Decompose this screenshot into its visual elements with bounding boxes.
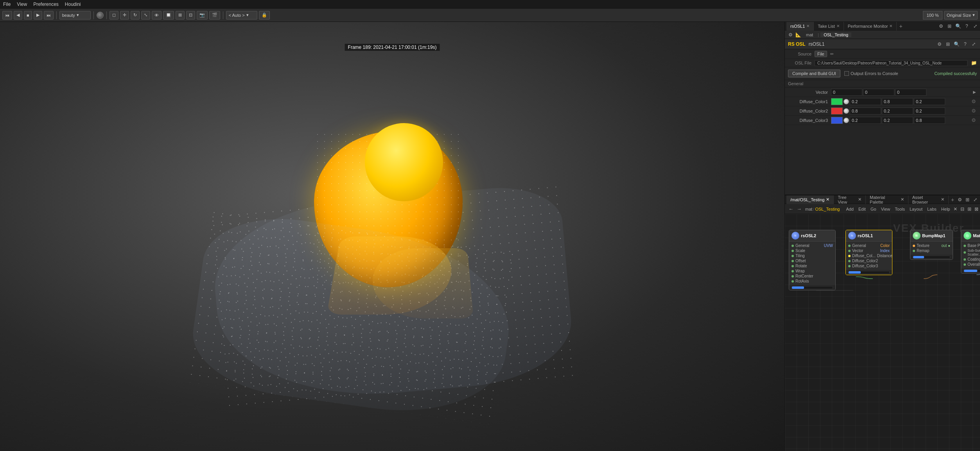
diffuse2-gear-icon[interactable]: ⚙ bbox=[971, 108, 977, 114]
diffuse2-b-input[interactable] bbox=[914, 107, 945, 115]
tab-tree-view-close[interactable]: ✕ bbox=[858, 197, 862, 202]
source-edit-icon[interactable]: ✏ bbox=[830, 52, 834, 57]
play-reverse-button[interactable]: ◀ bbox=[14, 11, 22, 20]
tab-perf-monitor-close[interactable]: ✕ bbox=[889, 24, 892, 28]
nav-forward-button[interactable]: → bbox=[795, 206, 803, 212]
auto-dropdown[interactable]: < Auto > ▾ bbox=[226, 11, 257, 20]
tools-button[interactable]: Tools bbox=[893, 207, 906, 211]
zoom-level[interactable]: 100 % bbox=[923, 11, 942, 20]
diffuse2-swatch[interactable] bbox=[831, 107, 843, 115]
tab-tree-view[interactable]: Tree View ✕ bbox=[834, 195, 866, 204]
skip-end-button[interactable]: ⏭ bbox=[44, 11, 54, 20]
scale-tool-button[interactable]: ⤡ bbox=[141, 11, 150, 20]
vector-y-input[interactable] bbox=[863, 89, 894, 96]
ctx-testing-tab[interactable]: OSL_Testing bbox=[820, 32, 851, 37]
menu-houdini[interactable]: Houdini bbox=[65, 2, 81, 7]
node-bumpmap1[interactable]: ≋ BumpMap1 Texture out ● Remap bbox=[910, 230, 953, 260]
diffuse2-g-input[interactable] bbox=[882, 107, 913, 115]
menu-view[interactable]: View bbox=[17, 2, 27, 7]
diffuse3-picker[interactable] bbox=[844, 118, 849, 123]
tab-mat-palette-close[interactable]: ✕ bbox=[901, 197, 904, 202]
snap-button[interactable]: 🔲 bbox=[163, 11, 174, 20]
skip-start-button[interactable]: ⏮ bbox=[2, 11, 12, 20]
net-settings-icon[interactable]: ⚙ bbox=[957, 197, 963, 203]
expand-icon[interactable]: ⤢ bbox=[972, 23, 978, 29]
grid-button[interactable]: ⊞ bbox=[176, 11, 185, 20]
help-button[interactable]: Help bbox=[940, 207, 952, 211]
select-tool-button[interactable]: ◻ bbox=[109, 11, 118, 20]
context-icon1[interactable]: ⚙ bbox=[787, 32, 793, 38]
osl-layout-icon[interactable]: ⊞ bbox=[945, 41, 951, 47]
compile-button[interactable]: Compile and Build GUI bbox=[788, 70, 840, 77]
node-rsosl2-slider[interactable] bbox=[792, 286, 833, 289]
vector-expand-icon[interactable]: ▶ bbox=[973, 90, 977, 94]
diffuse1-g-input[interactable] bbox=[882, 98, 913, 105]
diffuse1-b-input[interactable] bbox=[914, 98, 945, 105]
ctx-mat-tab[interactable]: mat bbox=[803, 32, 816, 37]
context-icon2[interactable]: 📐 bbox=[795, 32, 801, 38]
osl-search-icon[interactable]: 🔍 bbox=[953, 41, 960, 47]
tab-add-button[interactable]: + bbox=[897, 23, 905, 29]
settings-icon[interactable]: ⚙ bbox=[938, 23, 944, 29]
close-net-icon[interactable]: ✕ bbox=[952, 206, 958, 212]
diffuse3-gear-icon[interactable]: ⚙ bbox=[971, 117, 977, 123]
original-size-dropdown[interactable]: Original Size ▾ bbox=[944, 11, 978, 20]
diffuse3-g-input[interactable] bbox=[882, 117, 913, 124]
osl-file-path[interactable]: C:/Users/Saul/Desktop/Patreon/Patreon_Tu… bbox=[815, 60, 967, 66]
view-tool-button[interactable]: 👁 bbox=[152, 11, 162, 20]
node-rsosl1[interactable]: ≈ rsOSL1 General Color Vector bbox=[845, 230, 892, 275]
vector-z-input[interactable] bbox=[895, 89, 926, 96]
osl-help-icon[interactable]: ? bbox=[962, 41, 968, 47]
render-sphere-button[interactable] bbox=[97, 12, 104, 19]
add-button[interactable]: Add bbox=[844, 207, 855, 211]
view-button[interactable]: View bbox=[879, 207, 892, 211]
rotate-tool-button[interactable]: ↻ bbox=[131, 11, 140, 20]
breadcrumb-mat[interactable]: mat bbox=[805, 207, 812, 211]
tab-take-list[interactable]: Take List ✕ bbox=[814, 22, 844, 30]
stop-button[interactable]: ■ bbox=[24, 11, 32, 20]
menu-file[interactable]: File bbox=[3, 2, 11, 7]
tab-rsosl1[interactable]: rsOSL1 ✕ bbox=[786, 22, 814, 30]
transform-button[interactable]: ✛ bbox=[120, 11, 129, 20]
net-icon3[interactable]: ⊠ bbox=[973, 206, 980, 212]
node-area[interactable]: VEX Builder ≈ bbox=[785, 214, 980, 451]
diffuse1-gear-icon[interactable]: ⚙ bbox=[971, 98, 977, 105]
render-mode-dropdown[interactable]: beauty ▾ bbox=[59, 11, 91, 20]
osl-settings-icon[interactable]: ⚙ bbox=[936, 41, 942, 47]
render-icon-button[interactable]: 🎬 bbox=[209, 11, 220, 20]
tab-mat-palette[interactable]: Material Palette ✕ bbox=[866, 195, 908, 204]
search-icon[interactable]: 🔍 bbox=[955, 23, 961, 29]
layout-button[interactable]: Layout bbox=[908, 207, 924, 211]
diffuse1-swatch[interactable] bbox=[831, 98, 843, 105]
net-layout-icon[interactable]: ⊞ bbox=[964, 197, 971, 203]
vis-button[interactable]: ⊡ bbox=[186, 11, 195, 20]
diffuse2-picker[interactable] bbox=[844, 108, 849, 114]
tab-mat-osl-close[interactable]: ✕ bbox=[826, 197, 829, 202]
nav-back-button[interactable]: ← bbox=[787, 206, 795, 212]
net-icon2[interactable]: ⊞ bbox=[966, 206, 973, 212]
diffuse3-swatch[interactable] bbox=[831, 117, 843, 124]
diffuse3-r-input[interactable] bbox=[850, 117, 881, 124]
help-icon[interactable]: ? bbox=[964, 23, 970, 29]
edit-button[interactable]: Edit bbox=[857, 207, 867, 211]
osl-expand-icon[interactable]: ⤢ bbox=[971, 41, 977, 47]
diffuse1-r-input[interactable] bbox=[850, 98, 881, 105]
node-rsosl2[interactable]: ≈ rsOSL2 General UVW Scale bbox=[789, 230, 836, 290]
labs-button[interactable]: Labs bbox=[926, 207, 938, 211]
play-button[interactable]: ▶ bbox=[34, 11, 42, 20]
bottom-tab-add[interactable]: + bbox=[949, 197, 957, 203]
viewport[interactable]: Frame 189: 2021-04-21 17:00:01 (1m:19s) bbox=[0, 22, 784, 451]
go-button[interactable]: Go bbox=[869, 207, 878, 211]
tab-asset-browser-close[interactable]: ✕ bbox=[941, 197, 944, 202]
source-value-dropdown[interactable]: File bbox=[815, 51, 827, 57]
lock-button[interactable]: 🔒 bbox=[259, 11, 270, 20]
osl-file-browse-icon[interactable]: 📁 bbox=[971, 60, 977, 66]
tab-take-list-close[interactable]: ✕ bbox=[836, 24, 840, 28]
node-rsosl1-slider[interactable] bbox=[848, 271, 890, 274]
node-material2-slider[interactable] bbox=[964, 269, 980, 272]
tab-rsosl1-close[interactable]: ✕ bbox=[806, 24, 809, 28]
menu-preferences[interactable]: Preferences bbox=[33, 2, 59, 7]
tab-perf-monitor[interactable]: Performance Monitor ✕ bbox=[844, 22, 897, 30]
diffuse2-r-input[interactable] bbox=[850, 107, 881, 115]
vector-x-input[interactable] bbox=[831, 89, 862, 96]
